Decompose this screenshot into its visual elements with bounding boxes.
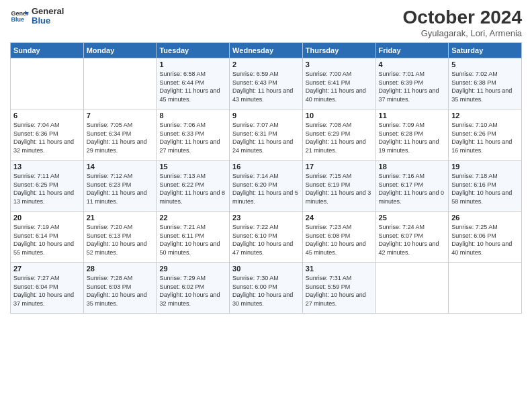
day-info: Sunrise: 7:00 AMSunset: 6:41 PMDaylight:…	[306, 70, 373, 103]
day-number: 17	[306, 163, 373, 171]
day-cell: 26Sunrise: 7:25 AMSunset: 6:06 PMDayligh…	[449, 212, 522, 263]
day-info: Sunrise: 7:10 AMSunset: 6:26 PMDaylight:…	[451, 121, 519, 154]
day-number: 27	[13, 265, 81, 273]
day-cell: 30Sunrise: 7:30 AMSunset: 6:00 PMDayligh…	[230, 263, 303, 314]
day-info: Sunrise: 6:59 AMSunset: 6:43 PMDaylight:…	[232, 70, 300, 103]
day-info: Sunrise: 7:14 AMSunset: 6:20 PMDaylight:…	[232, 172, 300, 205]
header-row: SundayMondayTuesdayWednesdayThursdayFrid…	[11, 43, 522, 58]
week-row-1: 1Sunrise: 6:58 AMSunset: 6:44 PMDaylight…	[11, 58, 522, 109]
day-cell: 15Sunrise: 7:13 AMSunset: 6:22 PMDayligh…	[157, 161, 230, 212]
day-info: Sunrise: 7:20 AMSunset: 6:13 PMDaylight:…	[87, 223, 154, 257]
day-number: 8	[159, 111, 226, 120]
day-number: 16	[232, 163, 300, 171]
day-number: 14	[87, 163, 154, 171]
week-row-3: 13Sunrise: 7:11 AMSunset: 6:25 PMDayligh…	[11, 161, 522, 212]
day-info: Sunrise: 7:11 AMSunset: 6:25 PMDaylight:…	[13, 172, 81, 205]
day-cell: 9Sunrise: 7:07 AMSunset: 6:31 PMDaylight…	[230, 109, 303, 161]
day-info: Sunrise: 7:01 AMSunset: 6:39 PMDaylight:…	[379, 70, 446, 103]
day-cell: 20Sunrise: 7:19 AMSunset: 6:14 PMDayligh…	[11, 212, 84, 263]
day-cell: 13Sunrise: 7:11 AMSunset: 6:25 PMDayligh…	[11, 161, 84, 212]
day-cell	[375, 263, 449, 314]
day-number: 15	[159, 163, 226, 171]
subtitle: Gyulagarak, Lori, Armenia	[403, 28, 522, 38]
day-cell: 27Sunrise: 7:27 AMSunset: 6:04 PMDayligh…	[11, 263, 84, 314]
day-info: Sunrise: 7:24 AMSunset: 6:07 PMDaylight:…	[379, 223, 446, 257]
day-cell: 18Sunrise: 7:16 AMSunset: 6:17 PMDayligh…	[375, 161, 449, 212]
day-cell: 17Sunrise: 7:15 AMSunset: 6:19 PMDayligh…	[302, 161, 375, 212]
day-cell: 31Sunrise: 7:31 AMSunset: 5:59 PMDayligh…	[302, 263, 375, 314]
day-info: Sunrise: 7:31 AMSunset: 5:59 PMDaylight:…	[306, 274, 373, 308]
day-cell	[83, 58, 157, 109]
day-info: Sunrise: 7:02 AMSunset: 6:38 PMDaylight:…	[451, 70, 519, 103]
day-number: 2	[232, 60, 300, 68]
day-info: Sunrise: 7:06 AMSunset: 6:33 PMDaylight:…	[159, 121, 226, 154]
day-number: 10	[306, 111, 373, 120]
day-number: 5	[451, 60, 519, 68]
day-cell: 2Sunrise: 6:59 AMSunset: 6:43 PMDaylight…	[230, 58, 303, 109]
day-info: Sunrise: 7:04 AMSunset: 6:36 PMDaylight:…	[13, 121, 81, 154]
page: General Blue General Blue October 2024 G…	[0, 0, 532, 411]
day-number: 12	[451, 111, 519, 120]
logo: General Blue General Blue	[10, 7, 64, 26]
day-info: Sunrise: 7:08 AMSunset: 6:29 PMDaylight:…	[306, 121, 373, 154]
day-number: 21	[87, 214, 154, 222]
day-cell: 29Sunrise: 7:29 AMSunset: 6:02 PMDayligh…	[157, 263, 230, 314]
day-number: 31	[306, 265, 373, 273]
day-cell: 11Sunrise: 7:09 AMSunset: 6:28 PMDayligh…	[375, 109, 449, 161]
day-cell: 6Sunrise: 7:04 AMSunset: 6:36 PMDaylight…	[11, 109, 84, 161]
day-info: Sunrise: 7:12 AMSunset: 6:23 PMDaylight:…	[87, 172, 154, 205]
day-info: Sunrise: 6:58 AMSunset: 6:44 PMDaylight:…	[159, 70, 226, 103]
header-cell-saturday: Saturday	[449, 43, 522, 58]
day-info: Sunrise: 7:21 AMSunset: 6:11 PMDaylight:…	[159, 223, 226, 257]
day-info: Sunrise: 7:30 AMSunset: 6:00 PMDaylight:…	[232, 274, 300, 308]
day-number: 20	[13, 214, 81, 222]
day-cell: 1Sunrise: 6:58 AMSunset: 6:44 PMDaylight…	[157, 58, 230, 109]
day-cell: 22Sunrise: 7:21 AMSunset: 6:11 PMDayligh…	[157, 212, 230, 263]
day-cell: 23Sunrise: 7:22 AMSunset: 6:10 PMDayligh…	[230, 212, 303, 263]
day-cell: 12Sunrise: 7:10 AMSunset: 6:26 PMDayligh…	[449, 109, 522, 161]
day-cell: 19Sunrise: 7:18 AMSunset: 6:16 PMDayligh…	[449, 161, 522, 212]
day-info: Sunrise: 7:25 AMSunset: 6:06 PMDaylight:…	[451, 223, 519, 257]
header-cell-wednesday: Wednesday	[230, 43, 303, 58]
svg-text:Blue: Blue	[11, 17, 24, 24]
title-block: October 2024 Gyulagarak, Lori, Armenia	[403, 7, 522, 38]
day-cell: 3Sunrise: 7:00 AMSunset: 6:41 PMDaylight…	[302, 58, 375, 109]
day-number: 22	[159, 214, 226, 222]
day-number: 4	[379, 60, 446, 68]
day-cell: 14Sunrise: 7:12 AMSunset: 6:23 PMDayligh…	[83, 161, 157, 212]
day-number: 30	[232, 265, 300, 273]
day-info: Sunrise: 7:23 AMSunset: 6:08 PMDaylight:…	[306, 223, 373, 257]
week-row-5: 27Sunrise: 7:27 AMSunset: 6:04 PMDayligh…	[11, 263, 522, 314]
day-info: Sunrise: 7:19 AMSunset: 6:14 PMDaylight:…	[13, 223, 81, 257]
day-cell: 21Sunrise: 7:20 AMSunset: 6:13 PMDayligh…	[83, 212, 157, 263]
day-number: 1	[159, 60, 226, 68]
header-cell-tuesday: Tuesday	[157, 43, 230, 58]
week-row-2: 6Sunrise: 7:04 AMSunset: 6:36 PMDaylight…	[11, 109, 522, 161]
day-info: Sunrise: 7:28 AMSunset: 6:03 PMDaylight:…	[87, 274, 154, 308]
day-number: 26	[451, 214, 519, 222]
day-number: 23	[232, 214, 300, 222]
logo-icon: General Blue	[10, 7, 29, 26]
day-cell: 4Sunrise: 7:01 AMSunset: 6:39 PMDaylight…	[375, 58, 449, 109]
day-cell: 24Sunrise: 7:23 AMSunset: 6:08 PMDayligh…	[302, 212, 375, 263]
day-number: 7	[87, 111, 154, 120]
day-number: 18	[379, 163, 446, 171]
day-cell: 10Sunrise: 7:08 AMSunset: 6:29 PMDayligh…	[302, 109, 375, 161]
day-number: 6	[13, 111, 81, 120]
logo-blue: Blue	[32, 16, 64, 26]
day-info: Sunrise: 7:15 AMSunset: 6:19 PMDaylight:…	[306, 172, 373, 205]
week-row-4: 20Sunrise: 7:19 AMSunset: 6:14 PMDayligh…	[11, 212, 522, 263]
day-info: Sunrise: 7:29 AMSunset: 6:02 PMDaylight:…	[159, 274, 226, 308]
day-info: Sunrise: 7:05 AMSunset: 6:34 PMDaylight:…	[87, 121, 154, 154]
day-info: Sunrise: 7:22 AMSunset: 6:10 PMDaylight:…	[232, 223, 300, 257]
day-number: 9	[232, 111, 300, 120]
day-cell	[449, 263, 522, 314]
day-number: 28	[87, 265, 154, 273]
day-info: Sunrise: 7:27 AMSunset: 6:04 PMDaylight:…	[13, 274, 81, 308]
day-number: 3	[306, 60, 373, 68]
day-number: 11	[379, 111, 446, 120]
day-number: 13	[13, 163, 81, 171]
day-number: 19	[451, 163, 519, 171]
day-info: Sunrise: 7:16 AMSunset: 6:17 PMDaylight:…	[379, 172, 446, 205]
day-info: Sunrise: 7:07 AMSunset: 6:31 PMDaylight:…	[232, 121, 300, 154]
